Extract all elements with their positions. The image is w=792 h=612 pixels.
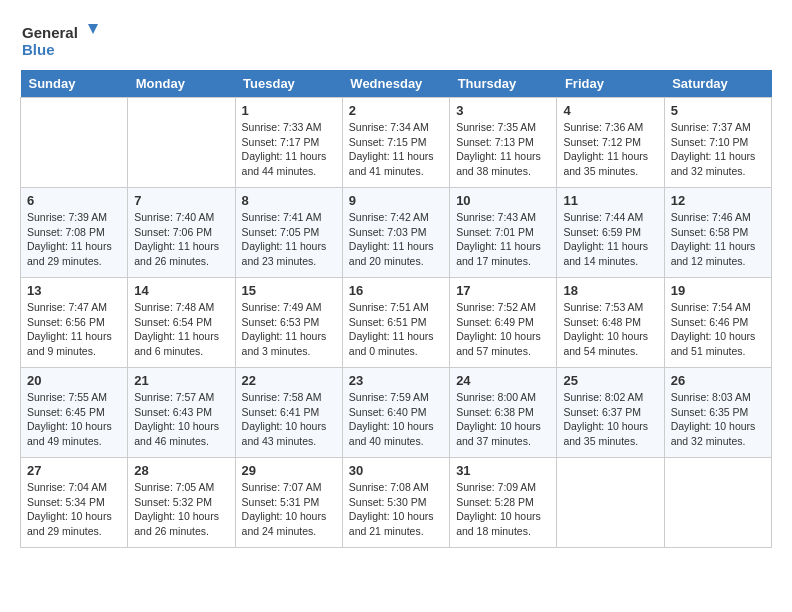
calendar-cell: 3Sunrise: 7:35 AMSunset: 7:13 PMDaylight… [450,98,557,188]
cell-info: Sunrise: 8:02 AMSunset: 6:37 PMDaylight:… [563,390,657,449]
day-number: 30 [349,463,443,478]
cell-info: Sunrise: 7:53 AMSunset: 6:48 PMDaylight:… [563,300,657,359]
calendar-cell: 17Sunrise: 7:52 AMSunset: 6:49 PMDayligh… [450,278,557,368]
calendar-cell: 30Sunrise: 7:08 AMSunset: 5:30 PMDayligh… [342,458,449,548]
calendar-cell: 13Sunrise: 7:47 AMSunset: 6:56 PMDayligh… [21,278,128,368]
cell-info: Sunrise: 7:49 AMSunset: 6:53 PMDaylight:… [242,300,336,359]
week-row-2: 6Sunrise: 7:39 AMSunset: 7:08 PMDaylight… [21,188,772,278]
day-number: 16 [349,283,443,298]
logo-icon: GeneralBlue [20,20,100,60]
cell-info: Sunrise: 7:05 AMSunset: 5:32 PMDaylight:… [134,480,228,539]
cell-info: Sunrise: 7:04 AMSunset: 5:34 PMDaylight:… [27,480,121,539]
day-number: 21 [134,373,228,388]
cell-info: Sunrise: 7:33 AMSunset: 7:17 PMDaylight:… [242,120,336,179]
svg-marker-2 [88,24,98,34]
col-header-wednesday: Wednesday [342,70,449,98]
col-header-sunday: Sunday [21,70,128,98]
day-number: 17 [456,283,550,298]
calendar-cell: 4Sunrise: 7:36 AMSunset: 7:12 PMDaylight… [557,98,664,188]
day-number: 15 [242,283,336,298]
calendar-cell [664,458,771,548]
calendar-cell: 11Sunrise: 7:44 AMSunset: 6:59 PMDayligh… [557,188,664,278]
calendar-cell: 12Sunrise: 7:46 AMSunset: 6:58 PMDayligh… [664,188,771,278]
calendar-cell: 21Sunrise: 7:57 AMSunset: 6:43 PMDayligh… [128,368,235,458]
calendar-cell: 18Sunrise: 7:53 AMSunset: 6:48 PMDayligh… [557,278,664,368]
day-number: 13 [27,283,121,298]
calendar-cell: 20Sunrise: 7:55 AMSunset: 6:45 PMDayligh… [21,368,128,458]
cell-info: Sunrise: 7:41 AMSunset: 7:05 PMDaylight:… [242,210,336,269]
week-row-1: 1Sunrise: 7:33 AMSunset: 7:17 PMDaylight… [21,98,772,188]
day-number: 11 [563,193,657,208]
day-number: 20 [27,373,121,388]
cell-info: Sunrise: 7:34 AMSunset: 7:15 PMDaylight:… [349,120,443,179]
calendar-cell: 5Sunrise: 7:37 AMSunset: 7:10 PMDaylight… [664,98,771,188]
calendar-cell: 22Sunrise: 7:58 AMSunset: 6:41 PMDayligh… [235,368,342,458]
cell-info: Sunrise: 7:43 AMSunset: 7:01 PMDaylight:… [456,210,550,269]
day-number: 1 [242,103,336,118]
cell-info: Sunrise: 8:03 AMSunset: 6:35 PMDaylight:… [671,390,765,449]
col-header-thursday: Thursday [450,70,557,98]
cell-info: Sunrise: 7:42 AMSunset: 7:03 PMDaylight:… [349,210,443,269]
cell-info: Sunrise: 7:59 AMSunset: 6:40 PMDaylight:… [349,390,443,449]
day-number: 19 [671,283,765,298]
col-header-friday: Friday [557,70,664,98]
calendar-cell: 25Sunrise: 8:02 AMSunset: 6:37 PMDayligh… [557,368,664,458]
day-number: 12 [671,193,765,208]
cell-info: Sunrise: 7:52 AMSunset: 6:49 PMDaylight:… [456,300,550,359]
week-row-3: 13Sunrise: 7:47 AMSunset: 6:56 PMDayligh… [21,278,772,368]
cell-info: Sunrise: 8:00 AMSunset: 6:38 PMDaylight:… [456,390,550,449]
calendar-cell [557,458,664,548]
calendar-cell: 31Sunrise: 7:09 AMSunset: 5:28 PMDayligh… [450,458,557,548]
day-number: 26 [671,373,765,388]
day-number: 7 [134,193,228,208]
calendar-cell: 16Sunrise: 7:51 AMSunset: 6:51 PMDayligh… [342,278,449,368]
day-number: 4 [563,103,657,118]
col-header-saturday: Saturday [664,70,771,98]
svg-text:Blue: Blue [22,41,55,58]
day-number: 22 [242,373,336,388]
header-row: SundayMondayTuesdayWednesdayThursdayFrid… [21,70,772,98]
cell-info: Sunrise: 7:48 AMSunset: 6:54 PMDaylight:… [134,300,228,359]
cell-info: Sunrise: 7:35 AMSunset: 7:13 PMDaylight:… [456,120,550,179]
cell-info: Sunrise: 7:58 AMSunset: 6:41 PMDaylight:… [242,390,336,449]
day-number: 6 [27,193,121,208]
calendar-cell: 24Sunrise: 8:00 AMSunset: 6:38 PMDayligh… [450,368,557,458]
day-number: 14 [134,283,228,298]
day-number: 28 [134,463,228,478]
col-header-monday: Monday [128,70,235,98]
week-row-5: 27Sunrise: 7:04 AMSunset: 5:34 PMDayligh… [21,458,772,548]
calendar-cell: 27Sunrise: 7:04 AMSunset: 5:34 PMDayligh… [21,458,128,548]
calendar-cell: 23Sunrise: 7:59 AMSunset: 6:40 PMDayligh… [342,368,449,458]
calendar-cell: 29Sunrise: 7:07 AMSunset: 5:31 PMDayligh… [235,458,342,548]
day-number: 24 [456,373,550,388]
cell-info: Sunrise: 7:39 AMSunset: 7:08 PMDaylight:… [27,210,121,269]
calendar-cell: 7Sunrise: 7:40 AMSunset: 7:06 PMDaylight… [128,188,235,278]
day-number: 5 [671,103,765,118]
calendar-cell: 8Sunrise: 7:41 AMSunset: 7:05 PMDaylight… [235,188,342,278]
calendar-cell: 2Sunrise: 7:34 AMSunset: 7:15 PMDaylight… [342,98,449,188]
cell-info: Sunrise: 7:36 AMSunset: 7:12 PMDaylight:… [563,120,657,179]
day-number: 8 [242,193,336,208]
day-number: 23 [349,373,443,388]
cell-info: Sunrise: 7:37 AMSunset: 7:10 PMDaylight:… [671,120,765,179]
week-row-4: 20Sunrise: 7:55 AMSunset: 6:45 PMDayligh… [21,368,772,458]
cell-info: Sunrise: 7:07 AMSunset: 5:31 PMDaylight:… [242,480,336,539]
day-number: 27 [27,463,121,478]
calendar-cell: 15Sunrise: 7:49 AMSunset: 6:53 PMDayligh… [235,278,342,368]
cell-info: Sunrise: 7:47 AMSunset: 6:56 PMDaylight:… [27,300,121,359]
day-number: 25 [563,373,657,388]
cell-info: Sunrise: 7:40 AMSunset: 7:06 PMDaylight:… [134,210,228,269]
calendar-cell: 1Sunrise: 7:33 AMSunset: 7:17 PMDaylight… [235,98,342,188]
cell-info: Sunrise: 7:54 AMSunset: 6:46 PMDaylight:… [671,300,765,359]
calendar-cell: 28Sunrise: 7:05 AMSunset: 5:32 PMDayligh… [128,458,235,548]
cell-info: Sunrise: 7:09 AMSunset: 5:28 PMDaylight:… [456,480,550,539]
header: GeneralBlue [20,20,772,60]
calendar-cell: 9Sunrise: 7:42 AMSunset: 7:03 PMDaylight… [342,188,449,278]
cell-info: Sunrise: 7:51 AMSunset: 6:51 PMDaylight:… [349,300,443,359]
day-number: 2 [349,103,443,118]
calendar-cell: 14Sunrise: 7:48 AMSunset: 6:54 PMDayligh… [128,278,235,368]
calendar-cell: 19Sunrise: 7:54 AMSunset: 6:46 PMDayligh… [664,278,771,368]
logo: GeneralBlue [20,20,100,60]
day-number: 29 [242,463,336,478]
calendar-cell: 10Sunrise: 7:43 AMSunset: 7:01 PMDayligh… [450,188,557,278]
